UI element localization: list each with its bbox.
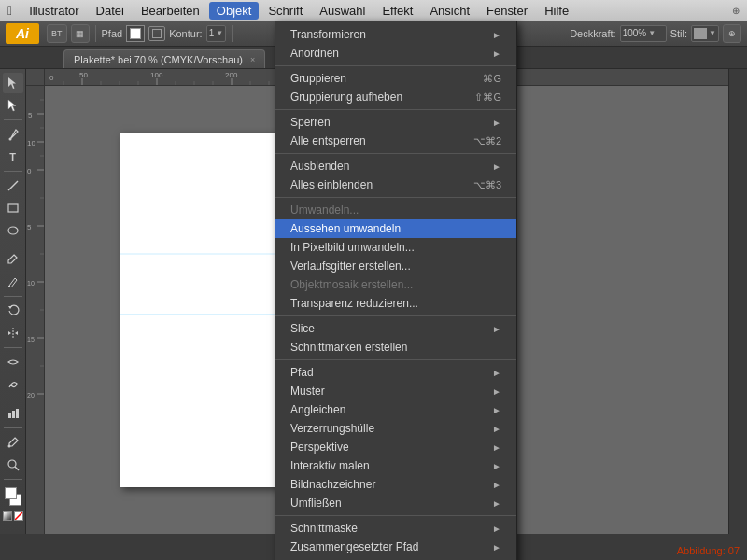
arrow-icon: ►	[492, 368, 501, 378]
document-tab[interactable]: Plakette* bei 70 % (CMYK/Vorschau) ×	[63, 49, 265, 68]
menu-item-label: Angleichen	[290, 403, 345, 416]
menu-item-angleichen[interactable]: Angleichen ►	[275, 400, 516, 419]
menubar-item-objekt[interactable]: Objekt	[209, 2, 260, 20]
ellipse-tool[interactable]	[3, 220, 23, 241]
line-tool[interactable]	[3, 175, 23, 196]
menu-item-schnittmaske[interactable]: Schnittmaske ►	[275, 519, 516, 538]
menu-item-muster[interactable]: Muster ►	[275, 382, 516, 400]
menu-item-gruppieren[interactable]: Gruppieren ⌘G	[275, 69, 516, 88]
fill-swatch[interactable]	[126, 25, 145, 42]
menu-item-alles-einblenden[interactable]: Alles einblenden ⌥⌘3	[275, 175, 516, 194]
menubar-item-hilfe[interactable]: Hilfe	[537, 2, 576, 20]
menu-item-verzerrungshulle[interactable]: Verzerrungshülle ►	[275, 419, 516, 438]
svg-text:0: 0	[27, 167, 32, 175]
tab-close-icon[interactable]: ×	[250, 55, 255, 64]
direct-select-tool[interactable]	[3, 95, 23, 116]
warp-tool[interactable]	[3, 374, 23, 395]
deckkraft-dropdown[interactable]: 100% ▼	[620, 25, 667, 42]
menu-item-perspektive[interactable]: Perspektive ►	[275, 438, 516, 456]
path-label: Pfad	[102, 28, 123, 39]
menubar-item-ansicht[interactable]: Ansicht	[422, 2, 477, 20]
mirror-tool[interactable]	[3, 323, 23, 343]
menu-item-label: Pfad	[290, 366, 314, 379]
menu-item-alle-entsperren[interactable]: Alle entsperren ⌥⌘2	[275, 132, 516, 150]
eyedropper-tool[interactable]	[3, 432, 23, 453]
svg-point-2	[8, 138, 11, 141]
stroke-swatch[interactable]	[148, 26, 165, 41]
objekt-dropdown-menu[interactable]: Transformieren ► Anordnen ► Gruppieren ⌘…	[275, 21, 517, 560]
menu-item-pfad[interactable]: Pfad ►	[275, 363, 516, 382]
more-button[interactable]: ⊕	[723, 24, 741, 43]
deckkraft-value: 100%	[623, 28, 647, 38]
menu-item-label: Interaktiv malen	[290, 459, 370, 472]
right-panel	[728, 69, 747, 534]
gradient-swatch[interactable]	[3, 511, 12, 521]
column-graph-tool[interactable]	[3, 403, 23, 424]
color-swatches[interactable]	[3, 485, 23, 508]
menu-item-ausblenden[interactable]: Ausblenden ►	[275, 157, 516, 175]
menubar-item-datei[interactable]: Datei	[89, 2, 132, 20]
arrow-icon: ►	[492, 542, 501, 553]
layout-button[interactable]: ▦	[71, 24, 90, 43]
svg-point-15	[8, 460, 16, 468]
menu-item-aussehen-umwandeln[interactable]: Aussehen umwandeln	[275, 219, 516, 238]
menu-divider-6	[275, 359, 516, 360]
svg-line-6	[8, 286, 9, 287]
apple-logo-icon[interactable]: 	[7, 3, 12, 18]
svg-rect-4	[8, 204, 18, 212]
stil-dropdown[interactable]: ▼	[691, 25, 719, 42]
menu-item-label: Sperren	[290, 116, 331, 129]
tool-separator-2	[4, 171, 22, 172]
zoom-tool[interactable]	[3, 455, 23, 475]
svg-rect-12	[12, 411, 15, 418]
menubar-item-illustrator[interactable]: Illustrator	[21, 2, 86, 20]
menu-item-in-pixelbild[interactable]: In Pixelbild umwandeln...	[275, 238, 516, 257]
svg-point-5	[8, 227, 18, 234]
menu-item-verlaufsgitter[interactable]: Verlaufsgitter erstellen...	[275, 257, 516, 275]
menubar-item-effekt[interactable]: Effekt	[374, 2, 420, 20]
menu-item-gruppierung-aufheben[interactable]: Gruppierung aufheben ⇧⌘G	[275, 88, 516, 106]
menu-item-label: Gruppieren	[290, 72, 346, 85]
menu-item-label: Ausblenden	[290, 160, 349, 173]
menu-item-zeichenflachen[interactable]: Zeichenflächen ►	[275, 556, 516, 560]
type-tool[interactable]: T	[3, 147, 23, 167]
menubar-item-schrift[interactable]: Schrift	[261, 2, 310, 20]
deckkraft-label: Deckkraft:	[570, 28, 616, 39]
svg-rect-11	[8, 413, 11, 418]
menu-item-schnittmarken[interactable]: Schnittmarken erstellen	[275, 338, 516, 357]
brush-tool[interactable]	[3, 249, 23, 270]
menu-item-zusammengesetzter-pfad[interactable]: Zusammengesetzter Pfad ►	[275, 538, 516, 556]
menu-item-slice[interactable]: Slice ►	[275, 319, 516, 338]
wifi-icon: ⊕	[732, 6, 740, 16]
menu-item-anordnen[interactable]: Anordnen ►	[275, 44, 516, 63]
menubar-item-fenster[interactable]: Fenster	[479, 2, 535, 20]
svg-text:200: 200	[225, 71, 238, 79]
menu-item-transparenz[interactable]: Transparenz reduzieren...	[275, 294, 516, 313]
svg-text:0: 0	[49, 74, 54, 82]
menu-item-sperren[interactable]: Sperren ►	[275, 113, 516, 132]
bt-button[interactable]: BT	[47, 24, 67, 43]
fill-color-swatch[interactable]	[5, 487, 17, 499]
menu-item-interaktiv-malen[interactable]: Interaktiv malen ►	[275, 456, 516, 475]
none-swatch[interactable]	[14, 511, 23, 521]
menu-item-transformieren[interactable]: Transformieren ►	[275, 25, 516, 44]
kontur-label: Kontur:	[169, 28, 202, 39]
toolbar-separator-2	[232, 25, 233, 42]
menu-item-bildnachzeichner[interactable]: Bildnachzeichner ►	[275, 475, 516, 494]
menubar-item-auswahl[interactable]: Auswahl	[312, 2, 373, 20]
pencil-tool[interactable]	[3, 272, 23, 292]
svg-text:10: 10	[27, 280, 35, 287]
menu-item-umfliessen[interactable]: Umfließen ►	[275, 494, 516, 512]
select-tool[interactable]	[3, 73, 23, 93]
menu-divider-5	[275, 315, 516, 316]
rectangle-tool[interactable]	[3, 198, 23, 218]
svg-text:50: 50	[79, 71, 88, 79]
kontur-dropdown[interactable]: 1 ▼	[206, 25, 226, 42]
arrow-icon: ►	[492, 442, 501, 453]
arrow-icon: ►	[492, 324, 501, 334]
width-tool[interactable]	[3, 352, 23, 372]
pen-tool[interactable]	[3, 124, 23, 145]
svg-text:5: 5	[27, 223, 32, 231]
menubar-item-bearbeiten[interactable]: Bearbeiten	[134, 2, 207, 20]
rotate-tool[interactable]	[3, 301, 23, 321]
